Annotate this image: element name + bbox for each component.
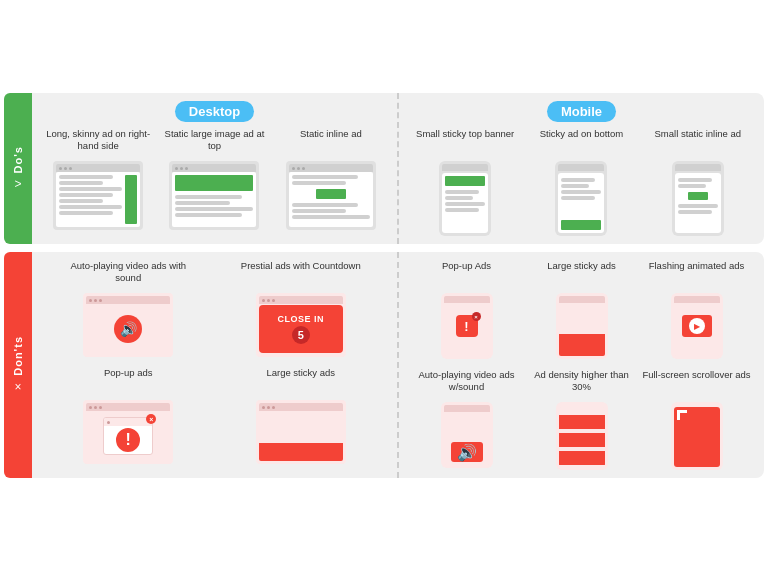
- close-in-text: CLOSE IN: [277, 314, 324, 324]
- popup-window: ! ×: [103, 417, 153, 455]
- ad-label-static-inline: Static inline ad: [300, 128, 362, 156]
- dos-section: Do's > Desktop Long, skinny ad on right-…: [4, 93, 764, 244]
- donts-icon: ×: [14, 380, 21, 394]
- bad-desktop-autoplaying: 🔊: [83, 293, 173, 357]
- ad-label-sticky-bottom: Sticky ad on bottom: [540, 128, 623, 156]
- ad-item-prestial-countdown: Prestial ads with Countdown CLOSE IN 5: [241, 260, 361, 357]
- large-sticky-desktop-mockup: [256, 400, 346, 464]
- main-container: Do's > Desktop Long, skinny ad on right-…: [4, 93, 764, 478]
- popup-desktop-bad: ! ×: [83, 400, 173, 464]
- donts-section: Don'ts × Auto-playing video ads with sou…: [4, 252, 764, 478]
- close-in-box: CLOSE IN 5: [259, 305, 343, 353]
- close-popup-btn: ×: [146, 414, 156, 424]
- desktop-label: Desktop: [175, 101, 254, 122]
- bad-mobile-density: [556, 402, 608, 470]
- dos-desktop-ads: Long, skinny ad on right-hand side: [42, 128, 387, 230]
- dos-mobile-ads: Small sticky top banner: [409, 128, 754, 236]
- ad-item-popup-desktop: Pop-up ads ! ×: [68, 367, 188, 464]
- ad-top-banner: [175, 175, 253, 191]
- ad-label-static-large: Static large image ad at top: [158, 128, 270, 156]
- ad-label-long-skinny: Long, skinny ad on right-hand side: [42, 128, 154, 156]
- ad-label-popup-desktop: Pop-up ads: [104, 367, 153, 395]
- ad-label-autoplaying-video: Auto-playing video ads with sound: [68, 260, 188, 288]
- ad-item-static-large: Static large image ad at top: [158, 128, 270, 230]
- alert-icon: !: [114, 426, 142, 454]
- flashing-overlay: ▶: [674, 296, 720, 356]
- ad-label-ad-density: Ad density higher than 30%: [524, 369, 639, 397]
- ad-label-small-static-inline: Small static inline ad: [655, 128, 742, 156]
- desktop-mockup-long-skinny: [53, 161, 143, 230]
- popup-mobile-icon: ! ×: [456, 315, 478, 337]
- video-play-btn: 🔊: [114, 315, 142, 343]
- donts-tab: Don'ts ×: [4, 252, 32, 478]
- bad-mobile-large-sticky: [556, 293, 608, 359]
- donts-label: Don'ts: [12, 336, 24, 376]
- ad-item-small-sticky-top: Small sticky top banner: [409, 128, 521, 236]
- ad-label-popup-mobile: Pop-up Ads: [442, 260, 491, 288]
- donts-desktop-row1: Auto-playing video ads with sound 🔊 Pres…: [42, 260, 387, 357]
- mobile-mockup-small-inline: [672, 161, 724, 236]
- mobile-label: Mobile: [547, 101, 616, 122]
- ad-mobile-top: [445, 176, 485, 186]
- donts-mobile-half: Pop-up Ads ! ×: [399, 252, 764, 478]
- popup-close: ×: [472, 312, 481, 321]
- ad-item-flashing-animated: Flashing animated ads ▶: [639, 260, 754, 359]
- ad-item-static-inline: Static inline ad: [275, 128, 387, 230]
- mobile-mockup-sticky-top: [439, 161, 491, 236]
- ad-item-small-static-inline: Small static inline ad: [642, 128, 754, 236]
- donts-mobile-row1: Pop-up Ads ! ×: [409, 260, 754, 359]
- dos-desktop-half: Desktop Long, skinny ad on right-hand si…: [32, 93, 399, 244]
- ad-item-autoplaying-mobile: Auto-playing video ads w/sound 🔊: [409, 369, 524, 468]
- bad-mobile-popup: ! ×: [441, 293, 493, 359]
- dos-mobile-half: Mobile Small sticky top banner: [399, 93, 764, 244]
- dos-icon: >: [14, 177, 21, 191]
- donts-desktop-row2: Pop-up ads ! ×: [42, 367, 387, 464]
- ad-item-sticky-bottom: Sticky ad on bottom: [525, 128, 637, 236]
- large-sticky-mobile-bar: [559, 334, 605, 356]
- close-in-number: 5: [292, 326, 310, 344]
- bad-desktop-prestial: CLOSE IN 5: [256, 293, 346, 357]
- large-sticky-bar: [259, 443, 343, 461]
- ad-item-ad-density: Ad density higher than 30%: [524, 369, 639, 470]
- ad-mobile-inline: [688, 192, 708, 200]
- ad-right-bar: [125, 175, 137, 224]
- ad-label-large-sticky-desktop: Large sticky ads: [266, 367, 335, 395]
- desktop-label-row: Desktop: [42, 101, 387, 122]
- ad-item-popup-mobile: Pop-up Ads ! ×: [409, 260, 524, 359]
- flashing-center-box: ▶: [682, 315, 712, 337]
- flashing-play-btn: ▶: [689, 318, 705, 334]
- ad-label-fullscreen-scrollover: Full-screen scrollover ads: [642, 369, 750, 397]
- mobile-label-row: Mobile: [409, 101, 754, 122]
- desktop-mockup-static-large: [169, 161, 259, 230]
- ad-mobile-bottom: [561, 220, 601, 230]
- ad-item-long-skinny: Long, skinny ad on right-hand side: [42, 128, 154, 230]
- bad-mobile-fullscreen: [671, 402, 723, 470]
- donts-content: Auto-playing video ads with sound 🔊 Pres…: [32, 252, 764, 478]
- dos-label: Do's: [12, 146, 24, 173]
- donts-desktop-content: Auto-playing video ads with sound 🔊 Pres…: [42, 260, 387, 464]
- donts-mobile-content: Pop-up Ads ! ×: [409, 260, 754, 470]
- bad-mobile-flashing: ▶: [671, 293, 723, 359]
- ad-item-fullscreen-scrollover: Full-screen scrollover ads: [639, 369, 754, 470]
- ad-label-flashing-animated: Flashing animated ads: [649, 260, 745, 288]
- ad-item-large-sticky-mobile: Large sticky ads: [524, 260, 639, 359]
- ad-inline-center: [316, 189, 346, 199]
- ad-label-autoplaying-mobile: Auto-playing video ads w/sound: [409, 369, 524, 397]
- ad-label-small-sticky-top: Small sticky top banner: [416, 128, 514, 156]
- donts-desktop-half: Auto-playing video ads with sound 🔊 Pres…: [32, 252, 399, 478]
- dos-content: Desktop Long, skinny ad on right-hand si…: [32, 93, 764, 244]
- bad-mobile-autoplaying: 🔊: [441, 402, 493, 468]
- mobile-mockup-sticky-bottom: [555, 161, 607, 236]
- fullscreen-corner-icon: [677, 410, 687, 420]
- ad-label-large-sticky-mobile: Large sticky ads: [547, 260, 616, 288]
- donts-mobile-row2: Auto-playing video ads w/sound 🔊 Ad dens…: [409, 369, 754, 470]
- desktop-mockup-static-inline: [286, 161, 376, 230]
- ad-label-prestial-countdown: Prestial ads with Countdown: [241, 260, 361, 288]
- dos-tab: Do's >: [4, 93, 32, 244]
- ad-item-autoplaying-video: Auto-playing video ads with sound 🔊: [68, 260, 188, 357]
- ad-item-large-sticky-desktop: Large sticky ads: [241, 367, 361, 464]
- autoplay-mobile-icon: 🔊: [451, 442, 483, 462]
